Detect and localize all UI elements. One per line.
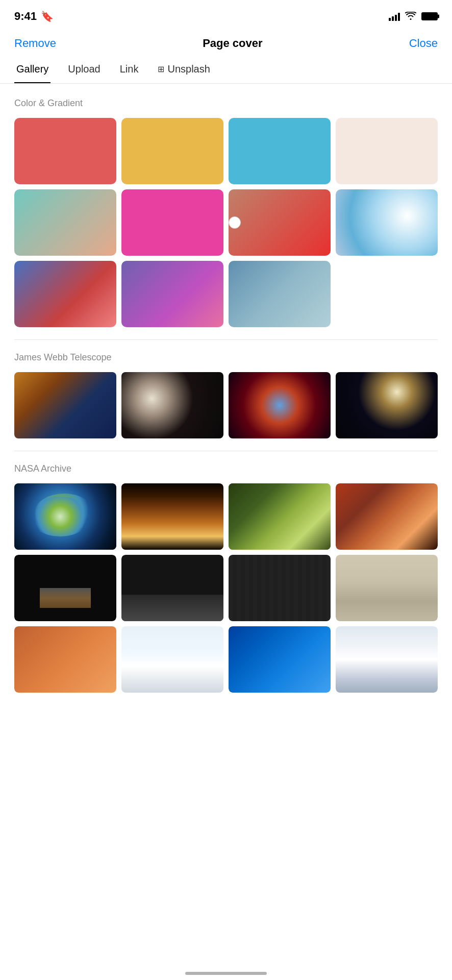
- status-icons: [389, 11, 438, 22]
- nasa-image-control-room[interactable]: [229, 555, 331, 621]
- james-webb-title: James Webb Telescope: [14, 352, 438, 363]
- nasa-archive-section: NASA Archive: [14, 463, 438, 693]
- wifi-icon: [405, 11, 416, 22]
- nasa-grid-row3: [14, 626, 438, 693]
- jwst-image-3[interactable]: [229, 372, 331, 438]
- nasa-image-lander[interactable]: [14, 555, 116, 621]
- color-grid-row3: [14, 261, 438, 327]
- tab-upload-label: Upload: [68, 63, 100, 75]
- nasa-image-astronaut-repair[interactable]: [336, 483, 438, 550]
- nasa-image-launch-pad[interactable]: [121, 626, 223, 693]
- jwst-image-4[interactable]: [336, 372, 438, 438]
- scroll-indicator: [185, 972, 267, 975]
- nasa-image-earth[interactable]: [14, 483, 116, 550]
- nasa-grid-row1: [14, 483, 438, 550]
- nasa-image-shuttle-launch[interactable]: [336, 626, 438, 693]
- swatch-red-grad[interactable]: [229, 189, 331, 256]
- battery-icon: [421, 12, 438, 20]
- swatch-yellow[interactable]: [121, 118, 223, 184]
- swatch-blue-red-grad[interactable]: [14, 261, 116, 327]
- status-time: 9:41: [14, 10, 37, 23]
- james-webb-section: James Webb Telescope: [14, 352, 438, 438]
- tab-gallery[interactable]: Gallery: [14, 58, 51, 83]
- swatch-empty: [336, 261, 438, 327]
- swatch-blue[interactable]: [229, 118, 331, 184]
- page-title: Page cover: [203, 37, 262, 50]
- divider-2: [14, 451, 438, 451]
- swatch-teal-grad[interactable]: [14, 189, 116, 256]
- color-gradient-section: Color & Gradient: [14, 98, 438, 327]
- nasa-archive-title: NASA Archive: [14, 463, 438, 474]
- nasa-grid-row2: [14, 555, 438, 621]
- color-grid-row2: [14, 189, 438, 256]
- tab-link[interactable]: Link: [118, 58, 141, 83]
- nasa-image-telescope[interactable]: [229, 483, 331, 550]
- jwst-image-2[interactable]: [121, 372, 223, 438]
- tabs-bar: Gallery Upload Link ⊞ Unsplash: [0, 58, 452, 84]
- swatch-red[interactable]: [14, 118, 116, 184]
- nasa-image-spacewalk[interactable]: [229, 626, 331, 693]
- swatch-purple-pink-grad[interactable]: [121, 261, 223, 327]
- tab-gallery-label: Gallery: [16, 63, 48, 75]
- tab-upload[interactable]: Upload: [66, 58, 102, 83]
- tab-unsplash-label: Unsplash: [167, 63, 210, 75]
- nasa-image-moonwalk[interactable]: [121, 555, 223, 621]
- nasa-image-mars[interactable]: [14, 626, 116, 693]
- selected-dot: [229, 216, 241, 229]
- james-webb-grid: [14, 372, 438, 438]
- page-cover-header: Remove Page cover Close: [0, 31, 452, 58]
- tab-unsplash[interactable]: ⊞ Unsplash: [156, 58, 212, 83]
- main-content: Color & Gradient: [0, 84, 452, 693]
- swatch-blue-white-grad[interactable]: [336, 189, 438, 256]
- unsplash-icon: ⊞: [158, 64, 164, 74]
- nasa-image-wright[interactable]: [336, 555, 438, 621]
- color-grid-row1: [14, 118, 438, 184]
- swatch-blue-gray-grad[interactable]: [229, 261, 331, 327]
- color-gradient-title: Color & Gradient: [14, 98, 438, 109]
- divider-1: [14, 339, 438, 340]
- jwst-image-1[interactable]: [14, 372, 116, 438]
- bookmark-icon: 🔖: [41, 10, 54, 22]
- nasa-image-engine[interactable]: [121, 483, 223, 550]
- status-bar: 9:41 🔖: [0, 0, 452, 31]
- remove-button[interactable]: Remove: [14, 37, 56, 50]
- close-button[interactable]: Close: [409, 37, 438, 50]
- swatch-peach[interactable]: [336, 118, 438, 184]
- tab-link-label: Link: [120, 63, 139, 75]
- swatch-pink[interactable]: [121, 189, 223, 256]
- signal-bars-icon: [389, 12, 400, 21]
